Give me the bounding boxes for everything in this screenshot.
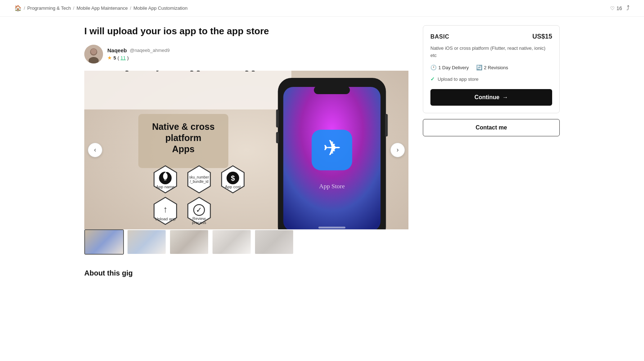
like-button[interactable]: ♡ 16 (610, 5, 622, 11)
gig-main-svg: I will upload your App to the App store … (84, 71, 408, 229)
chevron-right-icon: › (397, 146, 399, 154)
plan-description: Native iOS or cross platform (Flutter, r… (430, 45, 552, 59)
svg-text:✈: ✈ (323, 136, 341, 160)
rating-row: ★ 5 (11) (107, 55, 170, 61)
rating-parens-close: ) (127, 55, 129, 61)
svg-text:✓: ✓ (196, 206, 202, 213)
thumbnail-3[interactable] (169, 229, 209, 255)
seller-info: Naqeeb @naqeeb_ahmed9 ★ 5 (11) (84, 45, 408, 63)
svg-text:Review: Review (192, 216, 206, 221)
gig-title: I will upload your ios app to the app st… (84, 25, 408, 38)
breadcrumb-mobile-app-maintenance[interactable]: Mobile App Maintenance (76, 5, 128, 11)
avatar (84, 45, 103, 63)
right-column: BASIC US$15 Native iOS or cross platform… (423, 25, 560, 277)
seller-handle: @naqeeb_ahmed9 (130, 48, 170, 53)
share-button[interactable]: ⤴ (626, 4, 630, 12)
svg-text:/_bundle_id: /_bundle_id (190, 180, 209, 184)
contact-label: Contact me (475, 124, 507, 131)
svg-text:App name: App name (156, 185, 174, 189)
delivery-text: 1 Day Delivery (438, 65, 469, 70)
chevron-left-icon: ‹ (94, 146, 96, 154)
plan-price: US$15 (532, 33, 552, 40)
share-icon: ⤴ (626, 4, 630, 12)
svg-text:I will upload your App to the : I will upload your App to the App store (90, 71, 285, 71)
thumbnail-1[interactable] (84, 229, 124, 255)
plan-meta: 🕐 1 Day Delivery 🔄 2 Revisions (430, 65, 552, 70)
thumbnail-2[interactable] (127, 229, 166, 255)
pricing-header: BASIC US$15 (430, 33, 552, 40)
plan-name: BASIC (430, 34, 449, 40)
delivery-meta: 🕐 1 Day Delivery (430, 65, 469, 70)
nav-actions: ♡ 16 ⤴ (610, 4, 630, 12)
breadcrumb-sep-0: / (24, 5, 25, 11)
svg-text:sku_number: sku_number (189, 175, 209, 179)
avatar-svg (84, 45, 103, 63)
about-title: About this gig (84, 269, 408, 277)
svg-text:Upload app: Upload app (155, 217, 176, 221)
rating-count[interactable]: 11 (121, 55, 126, 61)
seller-details: Naqeeb @naqeeb_ahmed9 ★ 5 (11) (107, 47, 170, 61)
breadcrumb-mobile-app-customization[interactable]: Mobile App Customization (133, 5, 187, 11)
heart-icon: ♡ (610, 5, 615, 11)
continue-button[interactable]: Continue → (430, 89, 552, 106)
svg-text:App cost: App cost (225, 185, 241, 189)
revisions-meta: 🔄 2 Revisions (476, 65, 508, 70)
feature-upload-label: Upload to app store (438, 76, 478, 82)
breadcrumb: 🏠 / Programming & Tech / Mobile App Main… (14, 5, 188, 12)
clock-icon: 🕐 (430, 65, 437, 70)
seller-name-row: Naqeeb @naqeeb_ahmed9 (107, 47, 170, 53)
thumbnail-5[interactable] (254, 229, 294, 255)
svg-text:App Store: App Store (319, 182, 345, 190)
breadcrumb-programming-tech[interactable]: Programming & Tech (27, 5, 71, 11)
svg-rect-52 (276, 132, 279, 143)
svg-text:Apps: Apps (172, 144, 195, 154)
carousel-container: ‹ (84, 71, 408, 255)
pricing-card: BASIC US$15 Native iOS or cross platform… (423, 25, 560, 113)
check-icon: ✓ (430, 76, 435, 82)
thumbnail-4[interactable] (212, 229, 251, 255)
svg-text:process: process (192, 220, 206, 225)
breadcrumb-sep-1: / (73, 5, 75, 11)
home-icon[interactable]: 🏠 (14, 5, 22, 12)
svg-rect-46 (314, 86, 350, 94)
carousel-prev-button[interactable]: ‹ (88, 143, 102, 157)
revisions-text: 2 Revisions (484, 65, 508, 70)
svg-rect-51 (276, 109, 279, 127)
star-icon: ★ (107, 55, 112, 61)
svg-text:$: $ (231, 174, 235, 182)
rating-value: 5 (113, 55, 116, 61)
svg-text:↑: ↑ (163, 204, 168, 214)
carousel-main-image: ‹ (84, 71, 408, 229)
like-count: 16 (616, 5, 622, 11)
carousel-next-button[interactable]: › (390, 143, 405, 157)
thumbnails (84, 229, 408, 255)
left-column: I will upload your ios app to the app st… (84, 25, 408, 277)
continue-label: Continue (474, 94, 499, 101)
rating-parens-open: ( (117, 55, 119, 61)
top-nav: 🏠 / Programming & Tech / Mobile App Main… (0, 0, 644, 17)
svg-rect-50 (318, 226, 345, 228)
about-section: About this gig (84, 269, 408, 277)
feature-upload: ✓ Upload to app store (430, 76, 552, 82)
refresh-icon: 🔄 (476, 65, 482, 70)
page-container: I will upload your ios app to the app st… (70, 17, 574, 286)
svg-rect-53 (385, 114, 388, 137)
breadcrumb-sep-2: / (130, 5, 131, 11)
svg-rect-5 (84, 71, 291, 110)
svg-text:platform: platform (165, 133, 201, 143)
arrow-right-icon: → (502, 94, 508, 101)
svg-text:Native & cross: Native & cross (152, 122, 215, 132)
seller-name: Naqeeb (107, 47, 127, 53)
contact-me-button[interactable]: Contact me (423, 119, 560, 136)
svg-point-3 (91, 49, 97, 54)
plan-features: ✓ Upload to app store (430, 76, 552, 82)
